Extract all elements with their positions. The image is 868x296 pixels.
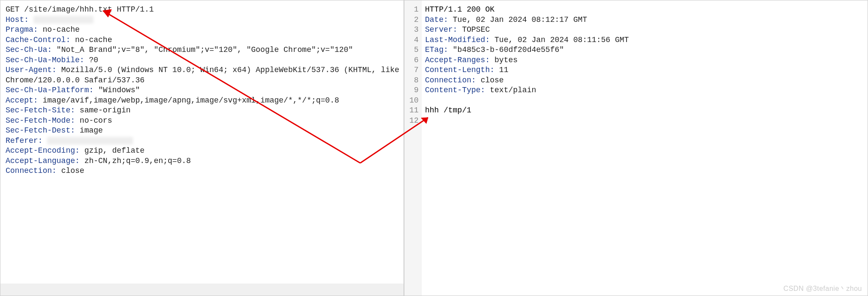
line-number: 11 [404,106,419,116]
header-referer: Referer: [6,136,398,146]
response-line: Date: Tue, 02 Jan 2024 08:12:17 GMT [425,15,864,25]
line-number: 12 [404,116,419,126]
response-line: ETag: "b485c3-b-60df20d4e55f6" [425,45,864,55]
line-number: 4 [404,35,419,45]
request-bottom-bar [0,284,404,296]
response-line: Accept-Ranges: bytes [425,55,864,66]
response-line [425,96,864,106]
response-line: HTTP/1.1 200 OK [425,5,864,15]
header-user-agent: User-Agent: Mozilla/5.0 (Windows NT 10.0… [6,65,398,76]
line-number: 2 [404,15,419,25]
response-line [425,116,864,126]
line-number-gutter: 123456789101112 [404,0,422,296]
header-host: Host: [6,15,398,25]
header-accept: Accept: image/avif,image/webp,image/apng… [6,96,398,106]
http-panels: GET /site/image/hhh.txt HTTP/1.1 Host: P… [0,0,868,296]
header-cache-control: Cache-Control: no-cache [6,35,398,45]
header-sec-fetch-dest: Sec-Fetch-Dest: image [6,126,398,136]
response-code: HTTP/1.1 200 OKDate: Tue, 02 Jan 2024 08… [422,0,868,296]
line-number: 6 [404,55,419,66]
line-number: 7 [404,65,419,76]
watermark: CSDN @3tefanie丶zhou [784,284,862,293]
response-line: Connection: close [425,76,864,86]
response-line: hhh /tmp/1 [425,106,864,116]
header-user-agent-cont: Chrome/120.0.0.0 Safari/537.36 [6,76,398,86]
header-sec-fetch-mode: Sec-Fetch-Mode: no-cors [6,116,398,126]
header-pragma: Pragma: no-cache [6,25,398,35]
header-sec-ch-ua-mobile: Sec-Ch-Ua-Mobile: ?0 [6,55,398,66]
redacted-host [33,16,93,24]
line-number: 1 [404,5,419,15]
redacted-referer [47,137,133,145]
header-connection: Connection: close [6,166,398,176]
header-sec-ch-ua: Sec-Ch-Ua: "Not_A Brand";v="8", "Chromiu… [6,45,398,55]
line-number: 10 [404,96,419,106]
header-accept-language: Accept-Language: zh-CN,zh;q=0.9,en;q=0.8 [6,156,398,166]
response-line: Content-Length: 11 [425,65,864,76]
header-accept-encoding: Accept-Encoding: gzip, deflate [6,146,398,156]
response-line: Server: TOPSEC [425,25,864,35]
response-line: Content-Type: text/plain [425,85,864,96]
response-panel[interactable]: 123456789101112 HTTP/1.1 200 OKDate: Tue… [404,0,868,296]
line-number: 3 [404,25,419,35]
header-sec-fetch-site: Sec-Fetch-Site: same-origin [6,106,398,116]
header-sec-ch-ua-platform: Sec-Ch-Ua-Platform: "Windows" [6,85,398,96]
line-number: 8 [404,76,419,86]
request-panel[interactable]: GET /site/image/hhh.txt HTTP/1.1 Host: P… [0,0,404,296]
request-line: GET /site/image/hhh.txt HTTP/1.1 [6,5,398,15]
line-number: 9 [404,85,419,96]
line-number: 5 [404,45,419,55]
response-line: Last-Modified: Tue, 02 Jan 2024 08:11:56… [425,35,864,45]
